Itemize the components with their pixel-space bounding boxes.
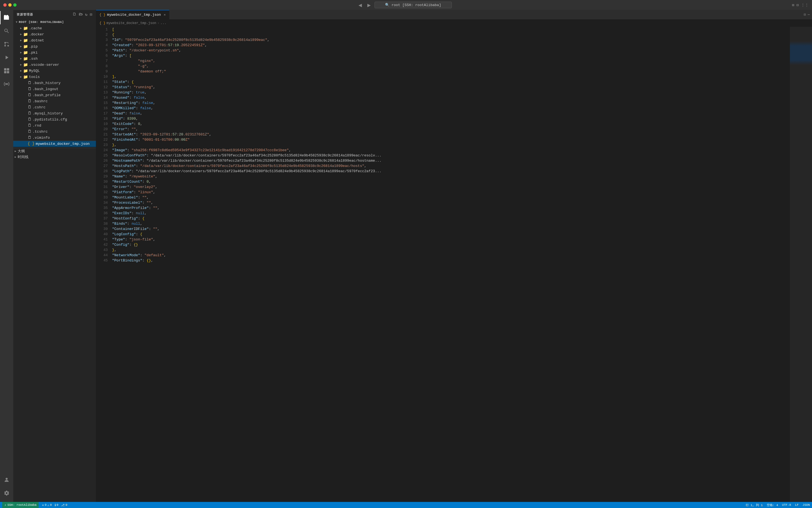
- activity-source-control[interactable]: [0, 38, 13, 51]
- more-tabs-icon[interactable]: ⋯: [808, 12, 810, 17]
- maximize-button[interactable]: [13, 3, 16, 7]
- split-editor-icon[interactable]: ⊟: [804, 12, 806, 17]
- breadcrumb-filename[interactable]: mywebsite_docker_tmp.json: [107, 21, 156, 25]
- mysql-folder-icon: 📁: [23, 69, 28, 73]
- sidebar-item-timeline[interactable]: ▶ 时间线: [13, 154, 96, 160]
- git-count: 0: [65, 503, 67, 507]
- tab-close-button[interactable]: ✕: [164, 13, 166, 17]
- status-line-ending[interactable]: LF: [795, 503, 799, 507]
- ssh-label: .ssh: [29, 57, 38, 61]
- layout-icon[interactable]: ⊞: [792, 3, 794, 7]
- sidebar-item-bash-history[interactable]: 🗒 .bash_history: [13, 80, 96, 86]
- title-bar-right: ⊞ ⊟ ⋮⋮: [792, 3, 809, 7]
- app-body: 资源管理器 🗋 🗁 ↻ ⊟ ▼ ROOT [SSH: ROOTALIBABA] …: [0, 10, 812, 502]
- sidebar-item-mysql-history[interactable]: 🗒 .mysql_history: [13, 110, 96, 116]
- status-git[interactable]: ⎇ 0: [61, 503, 67, 507]
- status-spaces[interactable]: 空格: 4: [767, 503, 778, 507]
- sidebar-item-tcshrc[interactable]: 🗒 .tcshrc: [13, 129, 96, 135]
- code-line-26: "HostnamePath": "/data/var/lib/docker/co…: [112, 158, 790, 163]
- line-number-27: 27: [97, 163, 108, 169]
- sidebar-item-cshrc[interactable]: 🗒 .cshrc: [13, 104, 96, 110]
- sidebar-item-dotnet[interactable]: ▶ 📁 .dotnet: [13, 37, 96, 43]
- sidebar-title: 资源管理器: [16, 12, 33, 16]
- sidebar-item-ssh[interactable]: ▶ 📁 .ssh: [13, 55, 96, 61]
- dotnet-arrow: ▶: [19, 39, 23, 42]
- svg-rect-7: [7, 71, 9, 73]
- sidebar-item-pydistutils[interactable]: 🗒 .pydistutils.cfg: [13, 116, 96, 122]
- tab-mywebsite-docker[interactable]: { } mywebsite_docker_tmp.json ✕: [96, 10, 169, 19]
- search-icon: 🔍: [385, 3, 389, 7]
- code-line-31: "Driver": "overlay2",: [112, 184, 790, 189]
- status-encoding[interactable]: UTF-8: [782, 503, 791, 507]
- activity-remote[interactable]: [0, 77, 13, 91]
- status-errors[interactable]: ✕ 0 ⚠ 0: [42, 503, 52, 507]
- tab-label: mywebsite_docker_tmp.json: [107, 13, 161, 17]
- line-number-11: 11: [97, 79, 108, 85]
- status-line-col[interactable]: 行 1, 列 1: [746, 503, 763, 507]
- status-language[interactable]: JSON: [803, 503, 810, 507]
- code-line-19: "ExitCode": 0,: [112, 121, 790, 127]
- sidebar-item-bash-logout[interactable]: 🗒 .bash_logout: [13, 86, 96, 92]
- nav-forward-button[interactable]: ▶: [366, 2, 372, 8]
- activity-settings[interactable]: [0, 486, 13, 500]
- code-line-28: "LogPath": "/data/var/lib/docker/contain…: [112, 169, 790, 174]
- more-icon[interactable]: ⋮⋮: [801, 3, 809, 7]
- svg-point-0: [7, 45, 9, 47]
- sidebar-item-mywebsite-docker[interactable]: { } mywebsite_docker_tmp.json: [13, 141, 96, 147]
- activity-accounts[interactable]: [0, 473, 13, 486]
- sidebar-item-viminfo[interactable]: 🗒 .viminfo: [13, 135, 96, 141]
- sidebar-item-cache[interactable]: ▶ 📁 .cache: [13, 25, 96, 31]
- sidebar-item-docker[interactable]: ▶ 📁 .docker: [13, 31, 96, 37]
- line-number-3: 3: [97, 37, 108, 43]
- sidebar-item-bashrc[interactable]: 🗒 .bashrc: [13, 98, 96, 104]
- split-icon[interactable]: ⊟: [797, 3, 799, 7]
- sidebar-item-tools[interactable]: ▶ 📁 tools: [13, 74, 96, 80]
- line-number-16: 16: [97, 105, 108, 111]
- code-line-32: "Platform": "linux",: [112, 189, 790, 195]
- sidebar-item-mysql[interactable]: ▶ 📁 MySQL: [13, 68, 96, 74]
- status-ssh[interactable]: ⚡ SSH: rootAlibaba: [2, 502, 39, 508]
- code-line-45: "PortBindings": {},: [112, 258, 790, 263]
- pki-arrow: ▶: [19, 51, 23, 54]
- code-line-29: "Name": "/mywebsite",: [112, 174, 790, 179]
- tools-label: tools: [29, 75, 40, 79]
- global-search-bar[interactable]: 🔍 root [SSH: rootAlibaba]: [375, 2, 452, 8]
- line-number-39: 39: [97, 226, 108, 231]
- line-number-6: 6: [97, 53, 108, 58]
- activity-bar-bottom: [0, 473, 13, 502]
- title-bar-left: [3, 3, 16, 7]
- sidebar-item-pip[interactable]: ▶ 📁 .pip: [13, 43, 96, 49]
- new-folder-icon[interactable]: 🗁: [79, 12, 83, 17]
- bash-history-file-icon: 🗒: [28, 81, 32, 85]
- activity-run[interactable]: [0, 51, 13, 64]
- breadcrumb-json-icon: { }: [99, 21, 105, 25]
- activity-search[interactable]: [0, 24, 13, 38]
- collapse-icon[interactable]: ⊟: [90, 12, 93, 17]
- activity-bar: [0, 10, 13, 502]
- tree-root[interactable]: ▼ ROOT [SSH: ROOTALIBABA]: [13, 19, 96, 25]
- line-number-37: 37: [97, 216, 108, 221]
- new-file-icon[interactable]: 🗋: [73, 12, 77, 17]
- nav-back-button[interactable]: ◀: [357, 2, 364, 8]
- code-line-12: "Status": "running",: [112, 85, 790, 90]
- code-line-44: "NetworkMode": "default",: [112, 253, 790, 258]
- status-info[interactable]: ℹ 0: [55, 503, 58, 507]
- line-number-10: 10: [97, 74, 108, 79]
- activity-explorer[interactable]: [0, 11, 13, 24]
- minimize-button[interactable]: [8, 3, 12, 7]
- code-content[interactable]: [ { "Id": "5970fecc2af23a46af34c25280f8c…: [110, 27, 790, 502]
- line-number-18: 18: [97, 116, 108, 121]
- sidebar-item-vscode-server[interactable]: ▶ 📁 .vscode-server: [13, 61, 96, 68]
- sidebar-item-pki[interactable]: ▶ 📁 .pki: [13, 49, 96, 55]
- close-button[interactable]: [3, 3, 7, 7]
- root-label: ROOT [SSH: ROOTALIBABA]: [19, 20, 64, 24]
- activity-extensions[interactable]: [0, 64, 13, 77]
- sidebar-item-bash-profile[interactable]: 🗒 .bash_profile: [13, 92, 96, 98]
- sidebar-header: 资源管理器 🗋 🗁 ↻ ⊟: [13, 10, 96, 19]
- code-line-39: "ContainerIDFile": "",: [112, 226, 790, 231]
- refresh-icon[interactable]: ↻: [85, 12, 88, 17]
- sidebar-item-outline[interactable]: ▶ 大纲: [13, 148, 96, 154]
- sidebar-item-rnd[interactable]: 🗒 .rnd: [13, 122, 96, 129]
- breadcrumb: { } mywebsite_docker_tmp.json › ...: [96, 19, 812, 27]
- code-line-43: },: [112, 247, 790, 253]
